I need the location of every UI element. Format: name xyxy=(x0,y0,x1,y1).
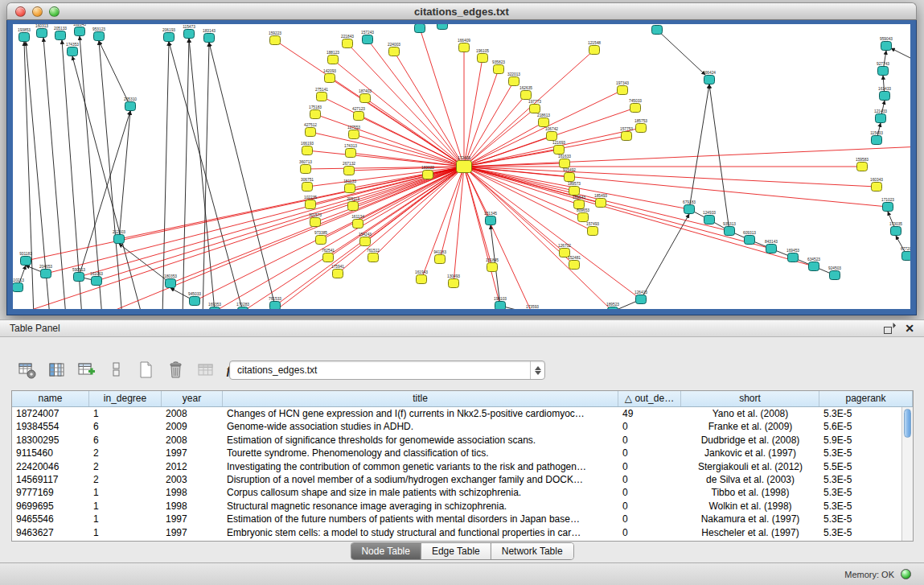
cell-year[interactable]: 1998 xyxy=(162,486,223,499)
graph-node-teal[interactable] xyxy=(184,30,195,39)
table-selector-combobox[interactable]: citations_edges.txt xyxy=(229,360,545,380)
graph-node-yellow[interactable] xyxy=(560,159,570,168)
cell-name[interactable]: 9699695 xyxy=(12,500,89,513)
cell-out_degree[interactable]: 0 xyxy=(618,420,681,433)
graph-node-teal[interactable] xyxy=(210,307,220,310)
cell-out_degree[interactable]: 0 xyxy=(618,460,681,473)
graph-node-yellow[interactable] xyxy=(487,263,498,272)
graph-node-yellow[interactable] xyxy=(622,132,632,141)
graph-node-yellow[interactable] xyxy=(478,54,488,63)
graph-node-yellow[interactable] xyxy=(457,161,472,173)
graph-node-teal[interactable] xyxy=(880,92,890,101)
graph-node-teal[interactable] xyxy=(68,47,78,56)
graph-node-yellow[interactable] xyxy=(344,167,355,175)
graph-node-teal[interactable] xyxy=(636,295,647,304)
close-window-button[interactable] xyxy=(15,6,26,17)
graph-node-teal[interactable] xyxy=(652,26,663,35)
graph-node-teal[interactable] xyxy=(437,24,448,30)
cell-out_degree[interactable]: 0 xyxy=(618,473,681,486)
graph-node-yellow[interactable] xyxy=(302,183,313,192)
graph-node-teal[interactable] xyxy=(164,33,175,42)
graph-node-yellow[interactable] xyxy=(618,86,628,95)
cell-name[interactable]: 9463627 xyxy=(12,526,89,539)
graph-node-teal[interactable] xyxy=(125,102,136,111)
delete-table-button[interactable] xyxy=(166,360,186,381)
graph-node-teal[interactable] xyxy=(891,227,901,236)
cell-title[interactable]: Changes of HCN gene expression and I(f) … xyxy=(223,407,618,420)
table-row[interactable]: 2242004622012Investigating the contribut… xyxy=(12,460,901,473)
cell-pagerank[interactable]: 5.3E-5 xyxy=(819,513,901,525)
cell-in_degree[interactable]: 1 xyxy=(89,407,162,420)
cell-pagerank[interactable]: 5.9E-5 xyxy=(819,434,901,447)
graph-node-teal[interactable] xyxy=(190,297,200,306)
cell-pagerank[interactable]: 5.3E-5 xyxy=(819,486,901,499)
cell-name[interactable]: 9777169 xyxy=(12,486,89,499)
cell-short[interactable]: Tibbo et al. (1998) xyxy=(681,486,819,499)
graph-node-yellow[interactable] xyxy=(354,112,364,121)
graph-node-yellow[interactable] xyxy=(270,36,281,45)
graph-node-yellow[interactable] xyxy=(306,200,316,209)
cell-in_degree[interactable]: 1 xyxy=(89,500,162,513)
cell-in_degree[interactable]: 1 xyxy=(89,486,162,499)
graph-node-teal[interactable] xyxy=(809,262,819,271)
graph-node-yellow[interactable] xyxy=(459,43,470,52)
graph-node-teal[interactable] xyxy=(704,76,715,84)
graph-node-yellow[interactable] xyxy=(872,183,882,192)
graph-node-teal[interactable] xyxy=(270,302,281,310)
cell-title[interactable]: Investigating the contribution of common… xyxy=(223,460,618,473)
cell-year[interactable]: 1998 xyxy=(162,500,223,513)
cell-out_degree[interactable]: 0 xyxy=(618,434,681,447)
graph-node-teal[interactable] xyxy=(495,302,506,310)
graph-node-yellow[interactable] xyxy=(449,279,459,288)
cell-name[interactable]: 14569117 xyxy=(12,473,89,486)
graph-node-yellow[interactable] xyxy=(325,74,335,83)
cell-out_degree[interactable]: 0 xyxy=(618,500,681,513)
cell-in_degree[interactable]: 1 xyxy=(89,513,162,525)
network-canvas[interactable]: 1724091420932751411751834275121661933607… xyxy=(13,24,910,309)
table-row[interactable]: 946362711997Embryonic stem cells: a mode… xyxy=(12,526,901,539)
graph-node-teal[interactable] xyxy=(830,271,840,280)
graph-node-yellow[interactable] xyxy=(317,93,327,101)
scrollbar-thumb[interactable] xyxy=(904,409,911,438)
graph-node-yellow[interactable] xyxy=(574,200,585,209)
graph-node-teal[interactable] xyxy=(94,32,105,41)
citation-network-graph[interactable]: 1724091420932751411751834275121661933607… xyxy=(13,24,910,309)
graph-node-teal[interactable] xyxy=(75,27,85,36)
cell-short[interactable]: Jankovic et al. (1997) xyxy=(681,447,819,459)
column-header-name[interactable]: name xyxy=(12,391,89,406)
table-row[interactable]: 1938455462009Genome-wide association stu… xyxy=(12,420,901,433)
column-header-title[interactable]: title xyxy=(223,391,618,406)
graph-node-yellow[interactable] xyxy=(302,146,313,155)
cell-short[interactable]: Dudbridge et al. (2008) xyxy=(681,434,819,447)
cell-in_degree[interactable]: 6 xyxy=(89,420,162,433)
cell-year[interactable]: 2008 xyxy=(162,434,223,447)
table-row[interactable]: 946554611997Estimation of the future num… xyxy=(12,513,901,525)
cell-pagerank[interactable]: 5.3E-5 xyxy=(819,473,901,486)
cell-short[interactable]: Yano et al. (2008) xyxy=(681,407,819,420)
graph-node-teal[interactable] xyxy=(881,42,892,51)
table-row[interactable]: 969969511998Structural magnetic resonanc… xyxy=(12,500,901,513)
cell-pagerank[interactable]: 5.3E-5 xyxy=(819,407,901,420)
graph-node-yellow[interactable] xyxy=(345,184,355,193)
column-header-out-degree[interactable]: △ out_de… xyxy=(618,391,681,406)
cell-in_degree[interactable]: 1 xyxy=(89,526,162,539)
graph-node-yellow[interactable] xyxy=(494,65,504,74)
graph-node-teal[interactable] xyxy=(92,277,102,286)
cell-out_degree[interactable]: 0 xyxy=(618,513,681,525)
graph-node-yellow[interactable] xyxy=(310,110,321,119)
graph-node-yellow[interactable] xyxy=(368,253,379,262)
cell-name[interactable]: 18300295 xyxy=(12,434,89,447)
cell-year[interactable]: 1997 xyxy=(162,526,223,539)
cell-out_degree[interactable]: 0 xyxy=(618,447,681,459)
cell-title[interactable]: Disruption of a novel member of a sodium… xyxy=(223,473,618,486)
graph-node-teal[interactable] xyxy=(745,236,755,245)
column-header-in-degree[interactable]: in_degree xyxy=(89,391,162,406)
table-row[interactable]: 977716911998Corpus callosum shape and si… xyxy=(12,486,901,499)
graph-node-yellow[interactable] xyxy=(301,165,311,174)
graph-node-teal[interactable] xyxy=(204,34,215,43)
table-row[interactable]: 1456911722003Disruption of a novel membe… xyxy=(12,473,901,486)
row-tools-button[interactable] xyxy=(107,360,126,381)
graph-node-yellow[interactable] xyxy=(539,118,549,127)
cell-title[interactable]: Embryonic stem cells: a model to study s… xyxy=(223,526,618,539)
cell-short[interactable]: Franke et al. (2009) xyxy=(681,420,819,433)
